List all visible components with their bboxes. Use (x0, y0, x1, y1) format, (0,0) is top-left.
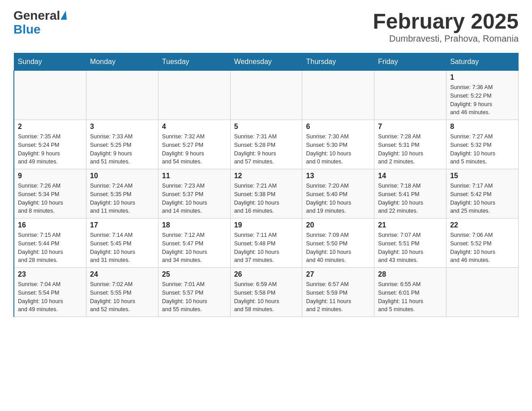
day-number: 18 (162, 221, 227, 229)
calendar-cell: 25Sunrise: 7:01 AM Sunset: 5:57 PM Dayli… (158, 268, 230, 317)
calendar-cell (86, 71, 159, 120)
day-number: 6 (306, 123, 370, 131)
day-info: Sunrise: 6:55 AM Sunset: 6:01 PM Dayligh… (378, 280, 442, 314)
logo: General Blue (13, 9, 67, 37)
calendar-cell: 7Sunrise: 7:28 AM Sunset: 5:31 PM Daylig… (374, 120, 446, 169)
day-number: 25 (162, 270, 227, 278)
calendar-cell: 11Sunrise: 7:23 AM Sunset: 5:37 PM Dayli… (158, 169, 230, 218)
day-info: Sunrise: 7:18 AM Sunset: 5:41 PM Dayligh… (378, 182, 442, 215)
day-info: Sunrise: 7:20 AM Sunset: 5:40 PM Dayligh… (306, 182, 370, 215)
day-info: Sunrise: 7:31 AM Sunset: 5:28 PM Dayligh… (234, 133, 299, 166)
day-number: 13 (306, 172, 370, 180)
day-number: 1 (450, 73, 515, 81)
day-number: 10 (90, 172, 154, 180)
calendar-cell: 21Sunrise: 7:07 AM Sunset: 5:51 PM Dayli… (374, 218, 446, 268)
col-saturday: Saturday (446, 53, 519, 71)
day-info: Sunrise: 7:26 AM Sunset: 5:34 PM Dayligh… (18, 182, 82, 215)
title-area: February 2025 Dumbravesti, Prahova, Roma… (373, 9, 519, 44)
day-number: 3 (90, 123, 154, 131)
day-info: Sunrise: 7:02 AM Sunset: 5:55 PM Dayligh… (90, 280, 154, 314)
calendar-cell: 20Sunrise: 7:09 AM Sunset: 5:50 PM Dayli… (302, 218, 374, 268)
day-number: 5 (234, 123, 299, 131)
day-number: 26 (234, 270, 299, 278)
col-monday: Monday (86, 53, 159, 71)
calendar-cell: 14Sunrise: 7:18 AM Sunset: 5:41 PM Dayli… (374, 169, 446, 218)
calendar-cell: 2Sunrise: 7:35 AM Sunset: 5:24 PM Daylig… (14, 120, 86, 169)
day-info: Sunrise: 7:27 AM Sunset: 5:32 PM Dayligh… (450, 133, 515, 166)
day-number: 14 (378, 172, 442, 180)
day-info: Sunrise: 7:23 AM Sunset: 5:37 PM Dayligh… (162, 182, 227, 215)
calendar-cell: 19Sunrise: 7:11 AM Sunset: 5:48 PM Dayli… (230, 218, 302, 268)
calendar-cell (230, 71, 302, 120)
day-info: Sunrise: 7:32 AM Sunset: 5:27 PM Dayligh… (162, 133, 227, 166)
calendar-cell: 13Sunrise: 7:20 AM Sunset: 5:40 PM Dayli… (302, 169, 374, 218)
day-info: Sunrise: 7:24 AM Sunset: 5:35 PM Dayligh… (90, 182, 154, 215)
day-info: Sunrise: 7:09 AM Sunset: 5:50 PM Dayligh… (306, 231, 370, 265)
calendar-week-4: 16Sunrise: 7:15 AM Sunset: 5:44 PM Dayli… (14, 218, 519, 268)
day-info: Sunrise: 7:15 AM Sunset: 5:44 PM Dayligh… (18, 231, 82, 265)
day-info: Sunrise: 7:35 AM Sunset: 5:24 PM Dayligh… (18, 133, 82, 166)
calendar-cell (158, 71, 230, 120)
calendar-cell: 5Sunrise: 7:31 AM Sunset: 5:28 PM Daylig… (230, 120, 302, 169)
calendar-cell (14, 71, 86, 120)
day-info: Sunrise: 7:30 AM Sunset: 5:30 PM Dayligh… (306, 133, 370, 166)
calendar-cell: 12Sunrise: 7:21 AM Sunset: 5:38 PM Dayli… (230, 169, 302, 218)
day-number: 16 (18, 221, 82, 229)
col-thursday: Thursday (302, 53, 374, 71)
day-number: 22 (450, 221, 515, 229)
day-number: 8 (450, 123, 515, 131)
calendar-cell: 8Sunrise: 7:27 AM Sunset: 5:32 PM Daylig… (446, 120, 519, 169)
calendar-cell: 15Sunrise: 7:17 AM Sunset: 5:42 PM Dayli… (446, 169, 519, 218)
header-row: Sunday Monday Tuesday Wednesday Thursday… (14, 53, 519, 71)
day-number: 19 (234, 221, 299, 229)
day-number: 24 (90, 270, 154, 278)
calendar-cell: 26Sunrise: 6:59 AM Sunset: 5:58 PM Dayli… (230, 268, 302, 317)
day-info: Sunrise: 7:21 AM Sunset: 5:38 PM Dayligh… (234, 182, 299, 215)
calendar-cell (446, 268, 519, 317)
calendar-cell (302, 71, 374, 120)
col-tuesday: Tuesday (158, 53, 230, 71)
day-info: Sunrise: 7:28 AM Sunset: 5:31 PM Dayligh… (378, 133, 442, 166)
day-number: 23 (18, 270, 82, 278)
calendar-cell (374, 71, 446, 120)
page-header: General Blue February 2025 Dumbravesti, … (13, 9, 519, 44)
calendar-cell: 9Sunrise: 7:26 AM Sunset: 5:34 PM Daylig… (14, 169, 86, 218)
calendar-cell: 10Sunrise: 7:24 AM Sunset: 5:35 PM Dayli… (86, 169, 159, 218)
day-number: 27 (306, 270, 370, 278)
col-wednesday: Wednesday (230, 53, 302, 71)
day-number: 17 (90, 221, 154, 229)
day-info: Sunrise: 7:36 AM Sunset: 5:22 PM Dayligh… (450, 83, 515, 117)
calendar-cell: 22Sunrise: 7:06 AM Sunset: 5:52 PM Dayli… (446, 218, 519, 268)
day-info: Sunrise: 7:06 AM Sunset: 5:52 PM Dayligh… (450, 231, 515, 265)
calendar-cell: 17Sunrise: 7:14 AM Sunset: 5:45 PM Dayli… (86, 218, 159, 268)
day-info: Sunrise: 7:33 AM Sunset: 5:25 PM Dayligh… (90, 133, 154, 166)
calendar-cell: 18Sunrise: 7:12 AM Sunset: 5:47 PM Dayli… (158, 218, 230, 268)
logo-blue-text: Blue (13, 22, 41, 36)
calendar-cell: 3Sunrise: 7:33 AM Sunset: 5:25 PM Daylig… (86, 120, 159, 169)
day-info: Sunrise: 6:59 AM Sunset: 5:58 PM Dayligh… (234, 280, 299, 314)
day-number: 7 (378, 123, 442, 131)
col-friday: Friday (374, 53, 446, 71)
day-number: 20 (306, 221, 370, 229)
day-number: 9 (18, 172, 82, 180)
calendar-cell: 27Sunrise: 6:57 AM Sunset: 5:59 PM Dayli… (302, 268, 374, 317)
day-info: Sunrise: 7:01 AM Sunset: 5:57 PM Dayligh… (162, 280, 227, 314)
calendar-cell: 6Sunrise: 7:30 AM Sunset: 5:30 PM Daylig… (302, 120, 374, 169)
day-number: 15 (450, 172, 515, 180)
calendar-table: Sunday Monday Tuesday Wednesday Thursday… (13, 53, 519, 317)
calendar-cell: 28Sunrise: 6:55 AM Sunset: 6:01 PM Dayli… (374, 268, 446, 317)
day-info: Sunrise: 6:57 AM Sunset: 5:59 PM Dayligh… (306, 280, 370, 314)
col-sunday: Sunday (14, 53, 86, 71)
calendar-cell: 4Sunrise: 7:32 AM Sunset: 5:27 PM Daylig… (158, 120, 230, 169)
day-info: Sunrise: 7:11 AM Sunset: 5:48 PM Dayligh… (234, 231, 299, 265)
day-info: Sunrise: 7:04 AM Sunset: 5:54 PM Dayligh… (18, 280, 82, 314)
calendar-week-5: 23Sunrise: 7:04 AM Sunset: 5:54 PM Dayli… (14, 268, 519, 317)
day-info: Sunrise: 7:17 AM Sunset: 5:42 PM Dayligh… (450, 182, 515, 215)
day-info: Sunrise: 7:12 AM Sunset: 5:47 PM Dayligh… (162, 231, 227, 265)
calendar-week-2: 2Sunrise: 7:35 AM Sunset: 5:24 PM Daylig… (14, 120, 519, 169)
calendar-cell: 24Sunrise: 7:02 AM Sunset: 5:55 PM Dayli… (86, 268, 159, 317)
calendar-cell: 23Sunrise: 7:04 AM Sunset: 5:54 PM Dayli… (14, 268, 86, 317)
location-text: Dumbravesti, Prahova, Romania (373, 34, 519, 44)
day-number: 4 (162, 123, 227, 131)
day-number: 12 (234, 172, 299, 180)
